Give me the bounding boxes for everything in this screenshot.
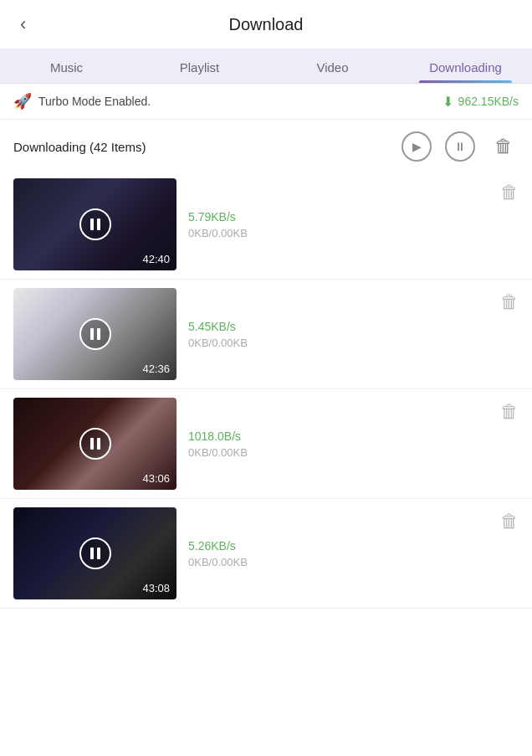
item-speed: 5.79KB/s (188, 210, 489, 224)
list-item: 42:365.45KB/s0KB/0.00KB🗑 (0, 280, 532, 389)
turbo-speed-value: 962.15KB/s (458, 95, 519, 108)
turbo-speed: ⬇ 962.15KB/s (442, 94, 519, 110)
section-controls: ▶ ⏸ 🗑 (402, 131, 519, 162)
pause-bar-right (97, 438, 100, 450)
download-list: 42:405.79KB/s0KB/0.00KB🗑42:365.45KB/s0KB… (0, 170, 532, 609)
item-duration: 42:40 (142, 253, 170, 265)
list-item: 42:405.79KB/s0KB/0.00KB🗑 (0, 170, 532, 280)
item-speed: 1018.0B/s (188, 429, 489, 443)
pause-all-button[interactable]: ⏸ (445, 131, 475, 162)
tab-video[interactable]: Video (266, 49, 399, 83)
item-info: 5.45KB/s0KB/0.00KB (188, 320, 489, 349)
pause-bar-left (90, 438, 94, 450)
pause-overlay-button[interactable] (79, 428, 111, 460)
pause-bar-right (97, 219, 100, 230)
thumbnail-wrap[interactable]: 42:36 (13, 288, 176, 380)
list-item: 43:061018.0B/s0KB/0.00KB🗑 (0, 389, 532, 499)
item-info: 5.79KB/s0KB/0.00KB (188, 210, 489, 239)
thumbnail-wrap[interactable]: 42:40 (13, 178, 176, 270)
item-delete-button[interactable]: 🗑 (500, 398, 519, 423)
item-duration: 43:08 (142, 582, 170, 594)
item-duration: 42:36 (142, 363, 170, 375)
pause-bar-left (90, 219, 94, 230)
tab-downloading[interactable]: Downloading (399, 49, 532, 83)
play-icon: ▶ (412, 140, 422, 153)
turbo-label: Turbo Mode Enabled. (38, 95, 151, 108)
section-title: Downloading (42 Items) (13, 140, 146, 154)
item-info: 1018.0B/s0KB/0.00KB (188, 429, 489, 459)
turbo-info: 🚀 Turbo Mode Enabled. (13, 92, 151, 111)
item-size: 0KB/0.00KB (188, 556, 489, 568)
item-speed: 5.26KB/s (188, 539, 489, 553)
item-size: 0KB/0.00KB (188, 227, 489, 239)
trash-icon: 🗑 (494, 136, 513, 157)
turbo-bar: 🚀 Turbo Mode Enabled. ⬇ 962.15KB/s (0, 84, 532, 120)
tab-playlist[interactable]: Playlist (133, 49, 266, 83)
item-speed: 5.45KB/s (188, 320, 489, 333)
item-delete-button[interactable]: 🗑 (500, 178, 519, 203)
pause-overlay-button[interactable] (79, 537, 111, 569)
pause-bar-right (97, 548, 100, 559)
section-header: Downloading (42 Items) ▶ ⏸ 🗑 (0, 120, 532, 170)
tab-music[interactable]: Music (0, 49, 133, 83)
item-size: 0KB/0.00KB (188, 337, 489, 349)
page-title: Download (229, 15, 304, 34)
pause-bar-left (90, 548, 94, 559)
item-delete-button[interactable]: 🗑 (500, 507, 519, 532)
item-delete-button[interactable]: 🗑 (500, 288, 519, 313)
pause-overlay-button[interactable] (79, 318, 111, 350)
item-size: 0KB/0.00KB (188, 446, 489, 459)
thumbnail-wrap[interactable]: 43:08 (13, 507, 176, 599)
page-header: ‹ Download (0, 0, 532, 49)
download-arrow-icon: ⬇ (442, 94, 453, 110)
pause-bar-left (90, 328, 94, 340)
item-info: 5.26KB/s0KB/0.00KB (188, 539, 489, 568)
thumbnail-wrap[interactable]: 43:06 (13, 398, 176, 490)
item-duration: 43:06 (142, 472, 170, 485)
list-item: 43:085.26KB/s0KB/0.00KB🗑 (0, 499, 532, 609)
delete-all-button[interactable]: 🗑 (489, 131, 519, 162)
pause-overlay-button[interactable] (79, 208, 111, 240)
pause-icon: ⏸ (454, 140, 466, 153)
tab-bar: MusicPlaylistVideoDownloading (0, 49, 532, 84)
pause-bar-right (97, 328, 100, 340)
back-button[interactable]: ‹ (13, 10, 33, 39)
play-all-button[interactable]: ▶ (402, 131, 432, 162)
turbo-icon: 🚀 (13, 92, 32, 111)
